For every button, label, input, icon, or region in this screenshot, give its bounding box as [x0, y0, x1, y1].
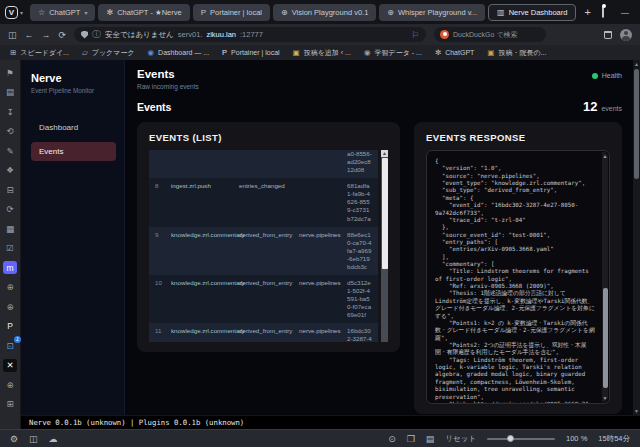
zoom-slider-knob[interactable]	[507, 435, 514, 442]
tab-title: Portainer | local	[210, 8, 262, 17]
event-row[interactable]: 7 knowledge.zrl.commentary derived_from_…	[149, 150, 378, 178]
print-panel-icon[interactable]: ⊟	[3, 183, 17, 196]
scroll-up-icon[interactable]: ▲	[602, 153, 608, 159]
capture-icon[interactable]: ⊙	[388, 434, 396, 444]
page-header: Events Raw incoming events Health	[137, 68, 622, 90]
window-panel-icon[interactable]: ❖	[3, 164, 17, 177]
panel-toggle-icon[interactable]: ◫	[8, 30, 17, 40]
bookmark-label: 学習データ - ...	[374, 48, 421, 58]
bookmarks-bar: ⊞ スピードダイ... ▱ ブックマーク ◉ Dashboard — ... P…	[0, 45, 640, 60]
scroll-up-icon[interactable]: ▲	[381, 150, 388, 157]
profile-avatar[interactable]	[620, 29, 632, 41]
event-row[interactable]: 11 knowledge.zrl.commentary derived_from…	[149, 323, 378, 342]
event-source: nerve.pipelines	[299, 279, 343, 319]
app-subtitle: Event Pipeline Monitor	[31, 87, 116, 94]
event-id: d5c312e1-502f-4591-ba50-f07eca69e01f	[347, 279, 372, 319]
bookmark-item[interactable]: ▣ 投稿を追加 ‹ ...	[293, 48, 351, 58]
list-scrollbar[interactable]: ▲	[381, 150, 388, 342]
minimize-button[interactable]: —	[621, 8, 629, 17]
bookmark-item[interactable]: ▣ 投稿・院長の...	[487, 48, 546, 58]
portainer-panel-icon[interactable]: P	[3, 320, 17, 333]
mastodon-panel-icon[interactable]: m	[3, 261, 17, 274]
window-scrollbar[interactable]: ▲ ▼	[633, 60, 640, 415]
not-secure-label: 安全ではありません	[105, 30, 174, 40]
bookmark-item[interactable]: ◉ Dashboard — ...	[148, 48, 210, 57]
sync-cloud-icon[interactable]: ☁	[49, 434, 58, 444]
web-panel-globe-icon[interactable]: ⊕	[3, 281, 17, 294]
new-tab-button[interactable]: +	[584, 6, 590, 18]
docker-panel-icon[interactable]: ⊡1	[3, 339, 17, 352]
reading-list-panel-icon[interactable]: ▤	[3, 86, 17, 99]
events-list-card: EVENTS (LIST) 7 knowledge.zrl.commentary…	[137, 122, 400, 352]
bookmark-item[interactable]: ▱ ブックマーク	[82, 48, 135, 58]
browser-tab[interactable]: P Portainer | local	[193, 4, 270, 21]
zoom-slider-track[interactable]	[487, 438, 555, 440]
bookmarks-panel-icon[interactable]: ⚑	[3, 66, 17, 79]
web-panel-globe-icon[interactable]: ⊕	[3, 378, 17, 391]
back-button[interactable]: ←	[25, 30, 34, 40]
json-line: "sub_type": "derived_from_entry",	[435, 187, 597, 194]
list-scrollbar-thumb[interactable]	[382, 158, 388, 269]
event-row[interactable]: 9 knowledge.zrl.commentary derived_from_…	[149, 227, 378, 275]
badge: 1	[14, 336, 21, 343]
vivaldi-menu-button[interactable]: V ▾	[5, 6, 23, 19]
json-scrollbar[interactable]: ▲ ▼	[602, 152, 608, 402]
sidebar-nav-item[interactable]: Dashboard	[31, 118, 116, 137]
event-type: knowledge.zrl.commentary	[171, 279, 235, 319]
json-line: "Thesis: 1階述語論理の部分言語に対してLindström定理を提示し、…	[435, 290, 597, 319]
downloads-panel-icon[interactable]: ↧	[3, 105, 17, 118]
event-row[interactable]: 8 ingest.zrl.push entries_changed 681adf…	[149, 178, 378, 226]
url-field[interactable]: ⓘ 安全ではありません serv01.zikuu.lan:12777 ⚐	[74, 27, 426, 42]
app-title: Nerve	[31, 72, 116, 84]
info-icon[interactable]: ⓘ	[92, 28, 101, 41]
forward-button[interactable]: →	[42, 30, 51, 40]
bookmark-item[interactable]: ◉ 学習データ - ...	[364, 48, 422, 58]
break-mode-icon[interactable]: ❒	[407, 434, 415, 444]
history-panel-icon[interactable]: ⟲	[3, 125, 17, 138]
event-type: knowledge.zrl.commentary	[171, 150, 235, 174]
browser-status-bar: ⚙ ◫ ☁ ⊙ ❒ ▤ リセット 100 % 15時54分	[0, 429, 640, 447]
trash-icon[interactable]	[604, 31, 612, 39]
sync-panel-icon[interactable]: ⟳	[3, 203, 17, 216]
bookmark-flag-icon[interactable]: ⚐	[411, 30, 419, 40]
scroll-down-icon[interactable]: ▼	[602, 395, 608, 401]
browser-tab[interactable]: ✻ ChatGPT - ★Nerve	[98, 4, 189, 21]
reload-button[interactable]: ⟳	[59, 30, 67, 40]
search-placeholder: DuckDuckGo で検索	[453, 30, 517, 40]
zoom-slider[interactable]	[487, 434, 555, 444]
scroll-up-icon[interactable]: ▲	[633, 61, 640, 67]
tasks-panel-icon[interactable]: ☑	[3, 242, 17, 255]
search-field[interactable]: DuckDuckGo で検索	[434, 27, 546, 42]
web-panel-globe-icon[interactable]: ⊕	[3, 300, 17, 313]
posts-favicon-icon: ▣	[487, 48, 494, 57]
bookmarks-folder-icon: ▱	[82, 48, 88, 57]
event-subtype: derived_from_entry	[239, 327, 295, 342]
zoom-reset-button[interactable]: リセット	[445, 434, 476, 444]
events-list-viewport[interactable]: 7 knowledge.zrl.commentary derived_from_…	[149, 150, 388, 342]
bookmark-item[interactable]: ⊞ スピードダイ...	[10, 48, 69, 58]
json-viewer[interactable]: { "version": "1.0", "source": "nerve.pip…	[426, 150, 610, 404]
nerve-app: Nerve Event Pipeline Monitor DashboardEv…	[21, 60, 640, 415]
calendar-panel-icon[interactable]: ▦	[3, 222, 17, 235]
notes-panel-icon[interactable]: ✎	[3, 144, 17, 157]
settings-gear-icon[interactable]: ⚙	[10, 434, 18, 444]
browser-tab[interactable]: ⊕ Vision Playground v0.1	[273, 4, 376, 21]
page-actions-icon[interactable]: ▤	[426, 434, 435, 444]
panels-toggle-icon[interactable]: ◫	[29, 434, 38, 444]
browser-tab[interactable]: ▥ Nerve Dashboard	[488, 4, 576, 21]
browser-tab[interactable]: ☆ ChatGPT ▾	[30, 4, 95, 21]
scroll-down-icon[interactable]: ▼	[633, 408, 640, 414]
tab-title: Nerve Dashboard	[509, 8, 568, 17]
browser-tab[interactable]: ⊕ Whisper Playground v...	[379, 4, 485, 21]
extension-icon[interactable]	[602, 6, 604, 18]
sidebar-nav-item[interactable]: Events	[31, 142, 116, 161]
json-line: "source_event_id": "test-0001",	[435, 232, 597, 239]
event-row[interactable]: 10 knowledge.zrl.commentary derived_from…	[149, 275, 378, 323]
window-scrollbar-thumb[interactable]	[634, 69, 639, 179]
json-scrollbar-thumb[interactable]	[603, 288, 608, 388]
add-web-panel-icon[interactable]: ⊞	[3, 398, 17, 411]
x-panel-icon[interactable]: ✕	[3, 359, 17, 372]
event-type: knowledge.zrl.commentary	[171, 327, 235, 342]
bookmark-item[interactable]: ✻ ChatGPT	[435, 48, 474, 57]
bookmark-item[interactable]: P Portainer | local	[222, 48, 280, 57]
